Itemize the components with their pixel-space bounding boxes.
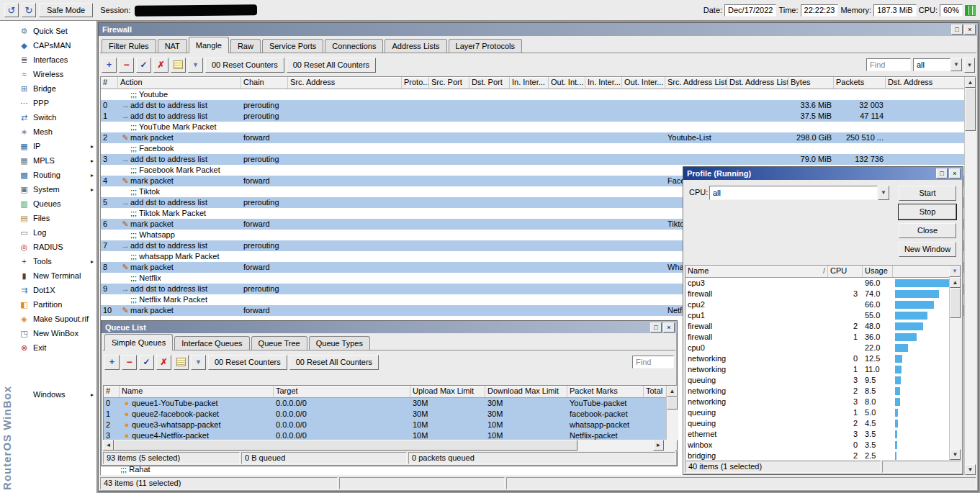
chevron-down-icon[interactable]: ▼ (878, 186, 889, 200)
table-row[interactable]: winbox 0 3.5 (685, 440, 961, 451)
undo-button[interactable]: ↺ (4, 3, 19, 17)
table-row[interactable]: networking 0 12.5 (685, 353, 961, 364)
sidebar-item[interactable]: ⚙ Quick Set (17, 24, 96, 38)
column-header[interactable]: Src. Address (288, 77, 402, 89)
comment-button[interactable] (171, 58, 186, 73)
table-row[interactable]: bridging 2 2.5 (685, 451, 961, 461)
table-row[interactable]: networking 3 8.0 (685, 397, 961, 407)
sidebar-item-windows[interactable]: Windows ▸ (17, 387, 96, 402)
enable-button[interactable]: ✓ (136, 58, 151, 73)
table-row[interactable]: queuing 1 5.0 (685, 407, 961, 418)
scroll-left-icon[interactable]: ◄ (103, 440, 114, 451)
sidebar-item[interactable]: ⇄ Switch (17, 110, 96, 125)
scroll-up-icon[interactable]: ▲ (965, 77, 976, 88)
firewall-tab[interactable]: Layer7 Protocols (449, 39, 523, 53)
column-header-cpu[interactable]: CPU (828, 266, 863, 277)
column-header[interactable]: Chain (241, 77, 288, 89)
reset-all-counters-button[interactable]: 00 Reset All Counters (287, 58, 376, 73)
remove-button[interactable]: − (119, 58, 134, 73)
reset-counters-button[interactable]: 00 Reset Counters (208, 355, 287, 370)
disable-button[interactable]: ✗ (153, 58, 168, 73)
scrollbar-thumb[interactable] (667, 397, 678, 410)
column-header-usage[interactable]: Usage (863, 266, 893, 277)
cpu-graph-icon[interactable] (965, 5, 976, 16)
table-row[interactable]: 1 ●queue2-facebook-packet 0.0.0.0/0 30M … (104, 409, 678, 420)
sidebar-item[interactable]: ▤ Files (17, 211, 96, 225)
column-header[interactable]: Download Max Limit (485, 386, 567, 397)
column-header[interactable]: Proto... (402, 77, 429, 89)
table-row[interactable]: 1 →add dst to address list prerouting 37… (101, 111, 976, 122)
close-profile-button[interactable]: Close (899, 223, 956, 238)
find-input[interactable]: Find (866, 58, 911, 71)
column-header[interactable]: Src. Address List (665, 77, 727, 89)
table-row[interactable]: 2 ●queue3-whatsapp-packet 0.0.0.0/0 10M … (104, 420, 678, 430)
table-row[interactable]: 2 ✎mark packet forward Youtube-List 298.… (101, 132, 976, 143)
sidebar-item[interactable]: ⋯ PPP (17, 96, 96, 110)
table-row[interactable]: 0 →add dst to address list prerouting 33… (101, 100, 976, 111)
maximize-button[interactable]: □ (951, 24, 963, 35)
add-button[interactable]: + (104, 355, 120, 370)
table-row[interactable]: queuing 2 4.5 (685, 418, 961, 429)
firewall-tab[interactable]: Raw (230, 39, 261, 53)
scrollbar-thumb[interactable] (950, 288, 961, 318)
column-filter-button[interactable]: ▼ (949, 266, 961, 277)
scrollbar-thumb[interactable] (965, 88, 976, 131)
table-row[interactable]: cpu2 66.0 (685, 299, 961, 310)
maximize-button[interactable]: □ (650, 322, 662, 333)
queue-tab[interactable]: Queue Tree (251, 336, 307, 350)
sidebar-item[interactable]: ⊞ Bridge (17, 81, 96, 96)
filter-dropdown-button[interactable]: ▼ (964, 58, 975, 73)
column-header[interactable]: Packet Marks (567, 386, 644, 397)
column-header[interactable]: Src. Port (429, 77, 469, 89)
table-row[interactable]: networking 2 8.5 (685, 386, 961, 397)
column-header[interactable]: Packets (834, 77, 886, 89)
scrollbar-thumb[interactable] (114, 440, 577, 451)
firewall-titlebar[interactable]: Firewall □ × (99, 23, 978, 36)
table-row[interactable]: ;;; Facebook (101, 143, 976, 154)
add-button[interactable]: + (102, 58, 117, 73)
scroll-down-icon[interactable]: ▼ (965, 464, 976, 475)
vertical-scrollbar[interactable]: ▲ ▼ (949, 277, 961, 460)
table-row[interactable]: cpu0 22.0 (685, 343, 961, 353)
table-row[interactable]: ;;; Youtube (101, 89, 976, 100)
sidebar-item[interactable]: ▥ Queues (17, 196, 96, 211)
scroll-up-icon[interactable]: ▲ (667, 386, 678, 397)
column-header[interactable]: In. Inter... (510, 77, 549, 89)
sidebar-item[interactable]: ⊗ Exit (17, 340, 96, 355)
column-header[interactable]: Dst. Port (469, 77, 510, 89)
scroll-down-icon[interactable]: ▼ (950, 449, 961, 460)
firewall-tab[interactable]: Filter Rules (102, 39, 156, 53)
vertical-scrollbar[interactable]: ▲ ▼ (964, 77, 976, 475)
profile-titlebar[interactable]: Profile (Running) □ × (683, 167, 963, 180)
sidebar-item[interactable]: ◎ RADIUS (17, 240, 96, 254)
column-header-name[interactable]: Name / (685, 266, 828, 277)
sidebar-item[interactable]: ▩ Routing ▸ (17, 168, 96, 182)
column-header[interactable]: Name (120, 386, 274, 397)
table-row[interactable]: 0 ●queue1-YouTube-packet 0.0.0.0/0 30M 3… (104, 398, 678, 409)
sidebar-item[interactable]: ≣ Interfaces (17, 53, 96, 67)
start-button[interactable]: Start (899, 186, 956, 201)
sidebar-item[interactable]: ▭ Log (17, 225, 96, 240)
table-row[interactable]: networking 1 11.0 (685, 364, 961, 375)
filter-button[interactable]: ▼ (188, 58, 203, 73)
maximize-button[interactable]: □ (936, 168, 948, 178)
scroll-up-icon[interactable]: ▲ (950, 277, 961, 288)
queue-tab[interactable]: Queue Types (309, 336, 370, 350)
column-header[interactable]: # (101, 77, 118, 89)
firewall-tab[interactable]: Address Lists (385, 39, 446, 53)
queue-list-titlebar[interactable]: Queue List □ × (102, 321, 677, 333)
comment-button[interactable] (174, 355, 189, 370)
find-input[interactable]: Find (632, 356, 674, 368)
sidebar-item[interactable]: ▦ IP ▸ (17, 139, 96, 153)
sidebar-item[interactable]: ▮ New Terminal (17, 268, 96, 283)
queue-tab[interactable]: Interface Queues (174, 336, 249, 350)
remove-button[interactable]: − (122, 355, 137, 370)
column-header[interactable]: Dst. Address List (727, 77, 788, 89)
reset-all-counters-button[interactable]: 00 Reset All Counters (289, 355, 379, 370)
sidebar-item[interactable]: ≈ Wireless (17, 67, 96, 81)
column-header[interactable]: Dst. Address (886, 77, 976, 89)
scroll-right-icon[interactable]: ► (653, 440, 664, 451)
sidebar-item[interactable]: ▣ System ▸ (17, 182, 96, 196)
table-row[interactable]: cpu1 55.0 (685, 310, 961, 321)
firewall-tab[interactable]: NAT (158, 39, 187, 53)
